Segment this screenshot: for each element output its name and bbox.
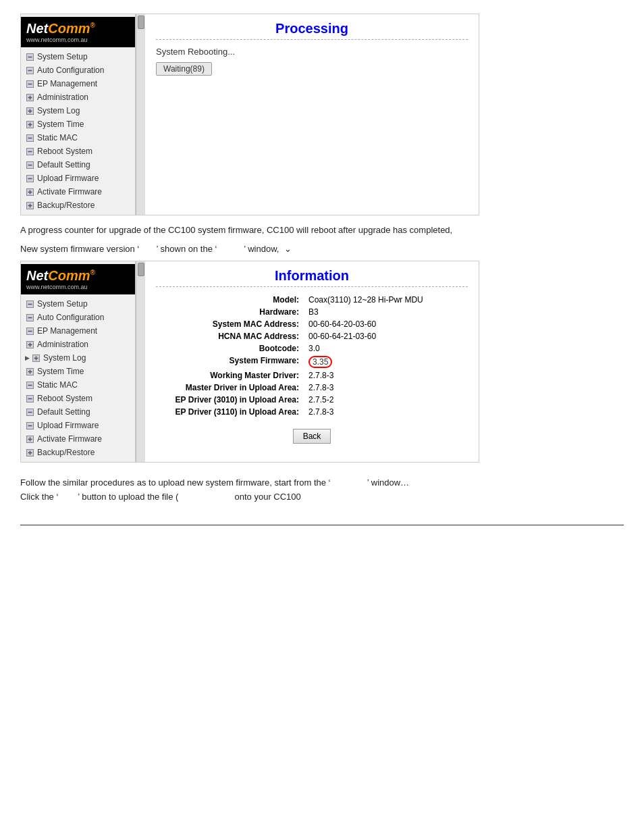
firmware-version-highlighted: 3.35 [308,356,332,368]
sidebar-item-upload-firmware[interactable]: Upload Firmware [21,172,135,185]
back-button[interactable]: Back [293,429,331,444]
new-fw-text: New system firmware version ‘ [20,244,139,254]
sidebar-label: Reboot System [37,147,92,156]
bottom-line-2: Click the ‘ ’ button to upload the file … [20,490,624,504]
field-value: 2.7.8-3 [304,382,468,394]
sidebar-item-default-setting[interactable]: Default Setting [21,405,135,419]
sidebar-label: Static MAC [37,133,78,142]
info-divider [156,286,468,287]
bottom-divider [20,525,624,525]
sidebar-label: Upload Firmware [37,421,99,430]
processing-main: Processing System Rebooting... Waiting(8… [145,14,479,215]
minus-icon [25,66,34,75]
plus-icon [25,93,34,102]
sidebar-item-auto-configuration[interactable]: Auto Configuration [21,311,135,324]
window-name-placeholder [219,244,242,254]
bottom-text3: Click the ‘ [20,492,58,502]
scrollbar-1[interactable] [136,14,145,215]
sidebar-item-reboot-system[interactable]: Reboot System [21,145,135,158]
sidebar-item-system-log[interactable]: System Log [21,104,135,118]
field-value: B3 [304,306,468,318]
shown-text: ’ shown on the ‘ [157,244,217,254]
field-value: 00-60-64-20-03-60 [304,318,468,330]
scroll-thumb-1[interactable] [138,16,144,29]
plus-icon [25,201,34,210]
field-label: Working Master Driver: [156,369,304,382]
new-fw-line: New system firmware version ‘ ’ shown on… [20,242,624,256]
sidebar-item-ep-management[interactable]: EP Management [21,77,135,90]
logo-comm-2: Comm [48,268,90,283]
plus-icon [25,340,34,349]
processing-divider [156,39,468,40]
table-row: HCNA MAC Address:00-60-64-21-03-60 [156,330,468,342]
sidebar-item-system-setup[interactable]: System Setup [21,50,135,63]
table-row: System MAC Address:00-60-64-20-03-60 [156,318,468,330]
sidebar-item-backup/restore[interactable]: Backup/Restore [21,446,135,459]
sidebar-item-backup/restore[interactable]: Backup/Restore [21,199,135,212]
sidebar-item-upload-firmware[interactable]: Upload Firmware [21,419,135,432]
table-row: Hardware:B3 [156,306,468,318]
sidebar-item-system-time[interactable]: System Time [21,365,135,378]
sidebar-label: Auto Configuration [37,66,104,75]
sidebar-item-default-setting[interactable]: Default Setting [21,158,135,172]
logo-reg: ® [90,22,95,29]
sidebar-item-ep-management[interactable]: EP Management [21,324,135,338]
sidebar-item-system-setup[interactable]: System Setup [21,297,135,311]
field-value: 2.7.5-2 [304,394,468,406]
sidebar-label: Backup/Restore [37,448,95,457]
sidebar-nav-2: NetComm® www.netcomm.com.au System Setup… [21,261,136,462]
between-text: A progress counter for upgrade of the CC… [20,224,624,237]
plus-icon [25,448,34,457]
sidebar-label: Default Setting [37,160,90,170]
sidebar-label: Activate Firmware [37,434,102,444]
sidebar-item-static-mac[interactable]: Static MAC [21,378,135,392]
table-row: System Firmware:3.35 [156,355,468,369]
sidebar-label: Administration [37,93,88,102]
field-value: 00-60-64-21-03-60 [304,330,468,342]
sidebar-label: Upload Firmware [37,174,99,183]
info-title: Information [156,268,468,284]
sidebar-nav-1: NetComm® www.netcomm.com.au System Setup… [21,14,136,215]
table-row: EP Driver (3110) in Upload Area:2.7.8-3 [156,406,468,418]
field-value: Coax(3110) 12~28 Hi-Pwr MDU [304,294,468,306]
sidebar-label: System Time [37,120,84,129]
sidebar-label: Default Setting [37,407,90,417]
bottom-text2: ’ window… [367,477,409,488]
sidebar-item-activate-firmware[interactable]: Activate Firmware [21,432,135,446]
table-row: EP Driver (3010) in Upload Area:2.7.5-2 [156,394,468,406]
sidebar-item-system-time[interactable]: System Time [21,118,135,131]
sidebar-2-items: System SetupAuto ConfigurationEP Managem… [21,297,135,459]
sidebar-item-static-mac[interactable]: Static MAC [21,131,135,145]
browse-placeholder [61,492,76,502]
sidebar-item-activate-firmware[interactable]: Activate Firmware [21,185,135,199]
sidebar-label: Auto Configuration [37,313,104,322]
dropdown-icon: ⌄ [284,244,292,254]
filename-placeholder [181,492,232,502]
sidebar-item-auto-configuration[interactable]: Auto Configuration [21,63,135,77]
logo-2: NetComm® www.netcomm.com.au [21,264,135,294]
sidebar-item-reboot-system[interactable]: Reboot System [21,392,135,405]
plus-icon [31,353,41,363]
sidebar-label: Reboot System [37,394,92,403]
sidebar-label: Administration [37,340,88,349]
field-label: System Firmware: [156,355,304,369]
plus-icon [25,434,34,444]
bottom-line-1: Follow the similar procedures as to uplo… [20,476,624,490]
bottom-text1: Follow the similar procedures as to uplo… [20,477,331,488]
minus-icon [25,421,34,430]
field-value: 2.7.8-3 [304,369,468,382]
processing-status: System Rebooting... [156,47,468,57]
logo-net-2: Net [26,268,48,283]
sidebar-item-administration[interactable]: Administration [21,90,135,104]
logo-url-2: www.netcomm.com.au [26,284,88,290]
table-row: Master Driver in Upload Area:2.7.8-3 [156,382,468,394]
scrollbar-2[interactable] [136,261,145,462]
sidebar-item-system-log[interactable]: ▶System Log [21,351,135,365]
minus-icon [25,160,34,170]
sidebar-label: Static MAC [37,380,78,390]
info-main: Information Model:Coax(3110) 12~28 Hi-Pw… [145,261,479,462]
scroll-thumb-2[interactable] [138,263,144,276]
sidebar-item-administration[interactable]: Administration [21,338,135,351]
bottom-text5: onto your CC100 [235,492,301,502]
bottom-text4: ’ button to upload the file ( [78,492,178,502]
